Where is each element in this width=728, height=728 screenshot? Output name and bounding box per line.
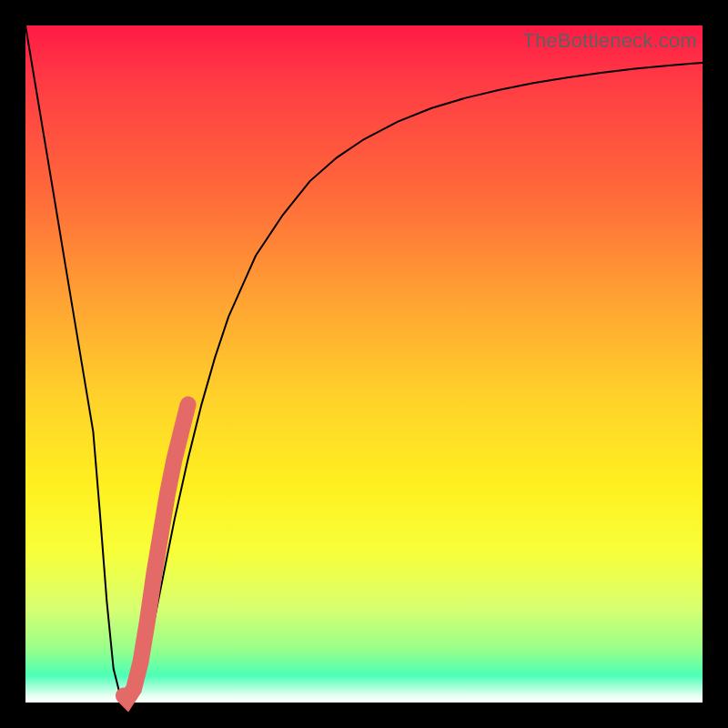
highlight-segment — [124, 405, 188, 700]
chart-svg — [25, 25, 703, 703]
chart-frame: TheBottleneck.com — [0, 0, 728, 728]
plot-area: TheBottleneck.com — [25, 25, 703, 703]
bottleneck-curve — [25, 25, 703, 701]
